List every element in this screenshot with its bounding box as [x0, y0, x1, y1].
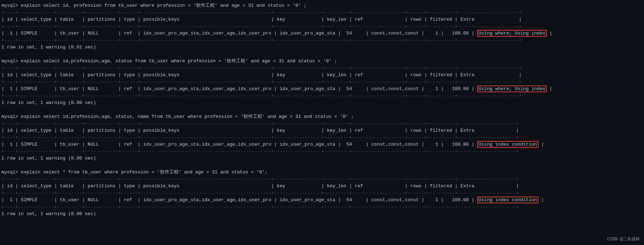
terminal-line: mysql> explain select id,profession,age,…: [0, 58, 644, 65]
terminal-line: +----+-------------+---------+----------…: [0, 148, 644, 155]
terminal-line: | id | select_type | table | partitions …: [0, 16, 644, 23]
terminal-line: +----+-------------+---------+----------…: [0, 37, 644, 44]
terminal-line: | id | select_type | table | partitions …: [0, 183, 644, 190]
empty-line: [0, 162, 644, 169]
terminal-line: 1 row in set, 1 warning (0.01 sec): [0, 44, 644, 51]
block-block2: mysql> explain select id,profession,age,…: [0, 58, 644, 113]
watermark: CSDN @二木成林: [607, 236, 640, 242]
data-row: | 1 | SIMPLE | tb_user | NULL | ref | id…: [0, 30, 644, 37]
terminal-line: +----+-------------+---------+----------…: [0, 120, 644, 127]
terminal-line: +----+-------------+---------+----------…: [0, 190, 644, 197]
block-block3: mysql> explain select id,profession,age,…: [0, 113, 644, 169]
extra-value: Using where; Using index: [477, 85, 547, 92]
terminal-line: 1 row in set, 1 warning (0.00 sec): [0, 99, 644, 106]
block-block4: mysql> explain select * from tb_user whe…: [0, 169, 644, 224]
terminal-line: +----+-------------+---------+----------…: [0, 204, 644, 211]
terminal: mysql> explain select id, profession fro…: [0, 1, 644, 225]
extra-value: Using where; Using index: [477, 30, 547, 37]
terminal-line: | id | select_type | table | partitions …: [0, 127, 644, 134]
data-row: | 1 | SIMPLE | tb_user | NULL | ref | id…: [0, 85, 644, 93]
terminal-line: 1 row in set, 1 warning (0.00 sec): [0, 210, 644, 218]
block-block1: mysql> explain select id, profession fro…: [0, 2, 644, 58]
terminal-line: +----+-------------+---------+----------…: [0, 176, 644, 183]
terminal-line: +----+-------------+---------+----------…: [0, 134, 644, 141]
empty-line: [0, 106, 644, 114]
terminal-line: mysql> explain select * from tb_user whe…: [0, 169, 644, 176]
extra-value: Using index condition: [477, 197, 538, 203]
data-row: | 1 | SIMPLE | tb_user | NULL | ref | id…: [0, 141, 644, 148]
terminal-line: +----+-------------+---------+----------…: [0, 93, 644, 100]
terminal-line: mysql> explain select id, profession fro…: [0, 2, 644, 9]
terminal-line: +----+-------------+---------+----------…: [0, 79, 644, 86]
terminal-line: +----+-------------+---------+----------…: [0, 23, 644, 30]
terminal-line: mysql> explain select id,profession,age,…: [0, 113, 644, 120]
extra-value: Using index condition: [477, 141, 538, 148]
terminal-line: +----+-------------+---------+----------…: [0, 9, 644, 16]
data-row: | 1 | SIMPLE | tb_user | NULL | ref | id…: [0, 197, 644, 204]
empty-line: [0, 218, 644, 225]
empty-line: [0, 51, 644, 58]
terminal-line: | id | select_type | table | partitions …: [0, 72, 644, 79]
terminal-line: +----+-------------+---------+----------…: [0, 65, 644, 72]
terminal-line: 1 row in set, 1 warning (0.00 sec): [0, 155, 644, 162]
